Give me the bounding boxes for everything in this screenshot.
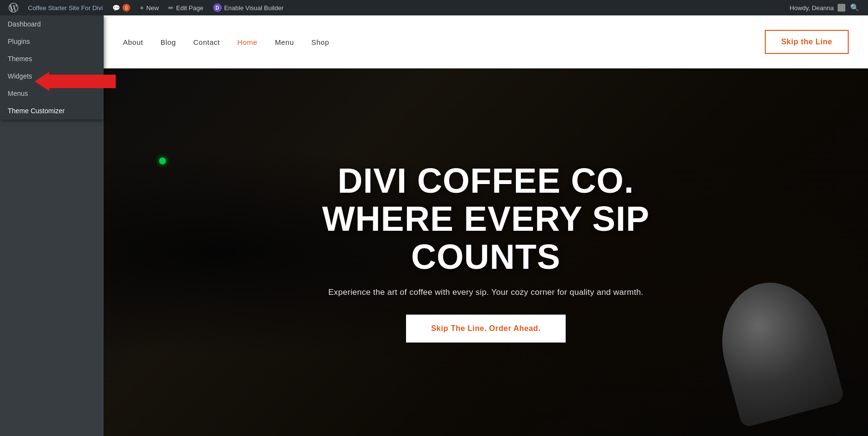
nav-about[interactable]: About	[123, 38, 143, 46]
nav-blog[interactable]: Blog	[161, 38, 176, 46]
themes-label: Themes	[8, 55, 32, 63]
skip-the-line-button[interactable]: Skip the Line	[765, 30, 849, 54]
search-icon[interactable]: 🔍	[845, 3, 864, 12]
avatar	[838, 4, 845, 12]
howdy-text: Howdy, Deanna	[786, 4, 838, 12]
hero-section: DIVI COFFEE CO. WHERE EVERY SIP COUNTS E…	[104, 68, 868, 436]
wp-logo-icon	[9, 3, 18, 13]
widgets-label: Widgets	[8, 72, 32, 80]
sidebar-item-plugins[interactable]: Plugins	[0, 33, 104, 50]
visual-builder-label: Enable Visual Builder	[224, 4, 284, 12]
nav-contact[interactable]: Contact	[193, 38, 220, 46]
menus-label: Menus	[8, 90, 28, 97]
comments-count: 0	[122, 4, 130, 12]
site-name-text: Coffee Starter Site For Divi	[28, 4, 103, 12]
admin-bar: Coffee Starter Site For Divi 💬 0 + New ✏…	[0, 0, 868, 15]
site-header: About Blog Contact Home Menu Shop Skip t…	[104, 15, 868, 68]
new-label: New	[146, 4, 159, 12]
comments-item[interactable]: 💬 0	[108, 0, 135, 15]
new-item[interactable]: + New	[135, 0, 163, 15]
comment-icon: 💬	[112, 4, 120, 12]
wp-logo-item[interactable]	[4, 0, 23, 15]
arrow-body	[48, 75, 116, 88]
nav-menu[interactable]: Menu	[275, 38, 294, 46]
sidebar-item-dashboard[interactable]: Dashboard	[0, 15, 104, 33]
visual-builder-item[interactable]: D Enable Visual Builder	[208, 0, 288, 15]
pencil-icon: ✏	[168, 4, 174, 12]
plugins-label: Plugins	[8, 38, 30, 45]
arrow-head	[35, 72, 49, 91]
hero-title: DIVI COFFEE CO. WHERE EVERY SIP COUNTS	[279, 162, 693, 277]
red-arrow-annotation	[48, 75, 116, 88]
hero-subtitle: Experience the art of coffee with every …	[279, 288, 693, 297]
plus-icon: +	[140, 4, 144, 12]
green-light-decoration	[159, 158, 166, 164]
dropdown-menu: Dashboard Plugins Themes Widgets Menus T…	[0, 15, 104, 119]
divi-icon: D	[213, 3, 222, 12]
sidebar-item-theme-customizer[interactable]: Theme Customizer	[0, 102, 104, 119]
hero-content: DIVI COFFEE CO. WHERE EVERY SIP COUNTS E…	[269, 152, 703, 353]
nav-shop[interactable]: Shop	[311, 38, 329, 46]
site-name-item[interactable]: Coffee Starter Site For Divi	[23, 0, 108, 15]
admin-bar-right: Howdy, Deanna 🔍	[786, 3, 864, 12]
edit-page-item[interactable]: ✏ Edit Page	[163, 0, 208, 15]
hero-cta-button[interactable]: Skip The Line. Order Ahead.	[406, 315, 566, 343]
nav-home[interactable]: Home	[237, 38, 258, 46]
sidebar-item-themes[interactable]: Themes	[0, 50, 104, 67]
site-nav: About Blog Contact Home Menu Shop	[123, 38, 765, 46]
edit-page-label: Edit Page	[176, 4, 203, 12]
theme-customizer-label: Theme Customizer	[8, 107, 65, 115]
dashboard-label: Dashboard	[8, 20, 41, 28]
